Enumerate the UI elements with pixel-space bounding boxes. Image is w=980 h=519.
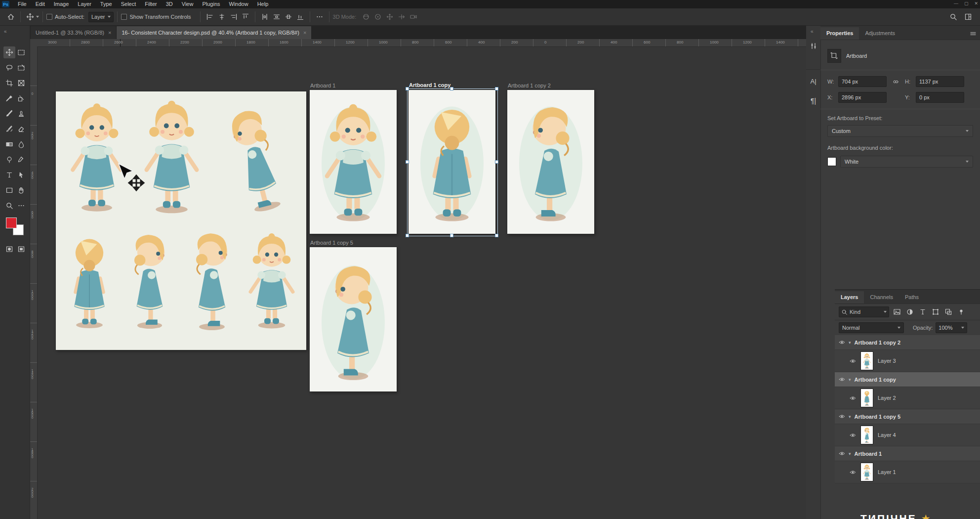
chevron-down-icon[interactable]: ▾	[849, 414, 851, 419]
quick-mask-button[interactable]	[3, 243, 15, 255]
menu-select[interactable]: Select	[117, 0, 141, 8]
history-brush-tool[interactable]	[3, 123, 15, 135]
selection-handle[interactable]	[406, 160, 409, 164]
dodge-tool[interactable]	[3, 154, 15, 166]
show-transform-checkbox[interactable]	[121, 14, 127, 20]
foreground-color-swatch[interactable]	[6, 217, 17, 228]
selection-handle[interactable]	[406, 234, 409, 237]
selection-handle[interactable]	[495, 160, 498, 164]
layer-row[interactable]: Layer 1	[835, 461, 980, 483]
selection-handle[interactable]	[406, 87, 409, 90]
lasso-tool[interactable]	[3, 62, 15, 74]
layer-group-row-selected[interactable]: ▾ Artboard 1 copy	[835, 372, 980, 387]
workspace-icon[interactable]	[964, 13, 972, 21]
edit-toolbar-button[interactable]	[15, 200, 27, 212]
menu-plugins[interactable]: Plugins	[198, 0, 224, 8]
chevron-down-icon[interactable]: ▾	[849, 377, 851, 382]
blend-mode-dropdown[interactable]: Normal	[839, 322, 904, 333]
align-bottom-button[interactable]	[294, 11, 306, 23]
visibility-eye-icon[interactable]	[850, 395, 856, 401]
auto-select-dropdown[interactable]: Layer	[88, 12, 114, 22]
visibility-eye-icon[interactable]	[850, 469, 856, 476]
canvas-area[interactable]: 3000280026002400220020001800160014001200…	[30, 39, 806, 519]
distribute-v-button[interactable]	[271, 11, 283, 23]
artboard-1[interactable]	[310, 90, 397, 234]
distribute-h-button[interactable]	[259, 11, 271, 23]
visibility-eye-icon[interactable]	[839, 413, 845, 420]
panel-menu-icon[interactable]	[969, 30, 977, 38]
crop-tool[interactable]	[3, 77, 15, 89]
collapse-tools-icon[interactable]: «	[4, 29, 7, 34]
tab-layers[interactable]: Layers	[835, 291, 864, 303]
move-tool[interactable]	[3, 46, 15, 58]
zoom-tool[interactable]	[3, 200, 15, 212]
tab-channels[interactable]: Channels	[864, 291, 898, 303]
layer-thumbnail[interactable]	[860, 426, 873, 444]
align-right-button[interactable]	[228, 11, 240, 23]
current-tool-button[interactable]	[24, 11, 36, 23]
tab-paths[interactable]: Paths	[899, 291, 925, 303]
tool-preset-caret[interactable]	[36, 16, 39, 18]
align-options-button[interactable]	[314, 11, 326, 23]
height-field[interactable]: 1137 px	[916, 76, 964, 87]
tab-character-design[interactable]: 16- Consistent Character design.psd @ 40…	[117, 26, 311, 39]
align-middle-button[interactable]	[283, 11, 294, 23]
visibility-eye-icon[interactable]	[850, 432, 856, 438]
tab-untitled-1[interactable]: Untitled-1 @ 33.3% (RGB/8) ×	[31, 26, 117, 39]
gradient-tool[interactable]	[3, 138, 15, 150]
3d-slide-button[interactable]	[396, 11, 408, 23]
artboard-label[interactable]: Artboard 1	[310, 83, 335, 88]
path-selection-tool[interactable]	[15, 169, 27, 181]
filter-adjustment-layers-button[interactable]	[905, 307, 915, 317]
menu-layer[interactable]: Layer	[73, 0, 96, 8]
tab-close-icon[interactable]: ×	[303, 30, 306, 36]
auto-select-checkbox[interactable]	[46, 14, 52, 20]
home-button[interactable]	[5, 11, 17, 23]
3d-drag-button[interactable]	[384, 11, 396, 23]
visibility-eye-icon[interactable]	[839, 339, 845, 346]
artboard-label[interactable]: Artboard 1 copy 5	[310, 240, 353, 246]
opacity-field[interactable]: 100%	[936, 322, 967, 333]
brush-tool[interactable]	[3, 108, 15, 120]
menu-image[interactable]: Image	[49, 0, 74, 8]
menu-file[interactable]: File	[13, 0, 31, 8]
layer-thumbnail[interactable]	[860, 351, 873, 370]
artboard-label[interactable]: Artboard 1 copy 2	[508, 83, 551, 88]
window-maximize-button[interactable]: ▢	[964, 0, 969, 7]
visibility-eye-icon[interactable]	[850, 358, 856, 364]
3d-camera-button[interactable]	[408, 11, 419, 23]
layer-group-row[interactable]: ▾ Artboard 1	[835, 446, 980, 461]
link-dimensions-icon[interactable]	[893, 79, 899, 85]
filter-shape-layers-button[interactable]	[931, 307, 940, 317]
artboard-1-copy-5[interactable]	[310, 247, 397, 391]
menu-filter[interactable]: Filter	[140, 0, 161, 8]
filter-type-layers-button[interactable]	[918, 307, 928, 317]
selection-handle[interactable]	[450, 87, 453, 90]
pen-tool[interactable]	[15, 154, 27, 166]
screen-mode-button[interactable]	[15, 243, 27, 255]
layer-group-row[interactable]: ▾ Artboard 1 copy 2	[835, 335, 980, 350]
selection-handle[interactable]	[495, 87, 498, 90]
y-field[interactable]: 0 px	[916, 92, 964, 103]
selection-handle[interactable]	[495, 234, 498, 237]
frame-tool[interactable]	[15, 77, 27, 89]
healing-brush-tool[interactable]	[15, 92, 27, 104]
align-center-h-button[interactable]	[216, 11, 228, 23]
layer-row[interactable]: Layer 4	[835, 424, 980, 446]
object-selection-tool[interactable]	[15, 62, 27, 74]
tab-adjustments[interactable]: Adjustments	[859, 27, 901, 40]
paragraph-panel-button[interactable]: ¶|	[806, 94, 820, 107]
width-field[interactable]: 704 px	[838, 76, 887, 87]
layer-filter-dropdown[interactable]: Kind	[839, 306, 889, 317]
collapse-panels-icon[interactable]: «	[811, 29, 814, 34]
rectangle-tool[interactable]	[3, 184, 15, 196]
type-tool[interactable]	[3, 169, 15, 181]
layer-thumbnail[interactable]	[860, 463, 873, 481]
artboard-bg-swatch[interactable]	[827, 157, 836, 166]
search-icon[interactable]	[949, 13, 957, 21]
align-left-button[interactable]	[204, 11, 216, 23]
menu-view[interactable]: View	[177, 0, 198, 8]
brush-settings-panel-button[interactable]	[806, 40, 820, 52]
x-field[interactable]: 2896 px	[838, 92, 887, 103]
reference-artboard[interactable]	[56, 91, 306, 350]
